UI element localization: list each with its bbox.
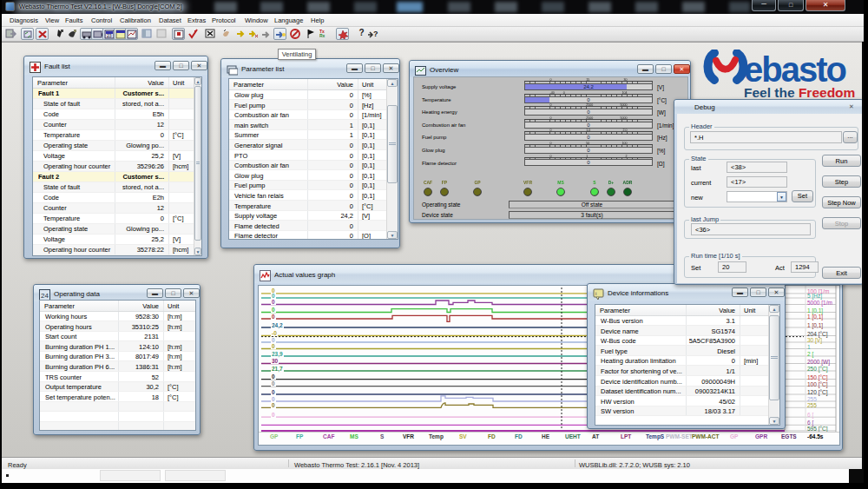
svg-text:?: ?: [373, 30, 378, 38]
svg-text:i: i: [595, 291, 596, 296]
svg-text:23: 23: [107, 33, 112, 38]
svg-text:ebasto: ebasto: [744, 50, 845, 89]
svg-text:Feel the Freedom: Feel the Freedom: [744, 85, 855, 100]
